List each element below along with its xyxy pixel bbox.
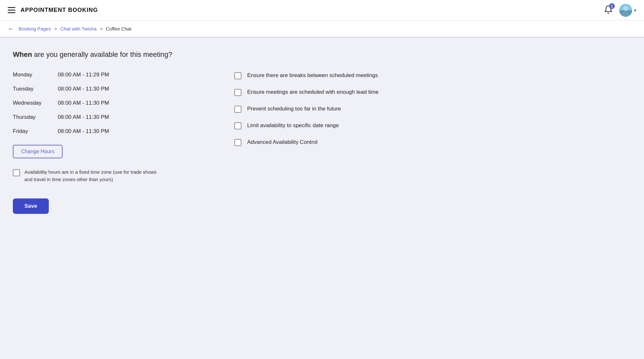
avatar: [619, 4, 632, 17]
schedule-row: Monday 08:00 AM - 11:29 PM: [13, 72, 215, 78]
left-column: Monday 08:00 AM - 11:29 PM Tuesday 08:00…: [13, 72, 215, 214]
day-label: Tuesday: [13, 86, 58, 92]
day-label: Monday: [13, 72, 58, 78]
breadcrumb-booking-pages[interactable]: Booking Pages: [19, 26, 51, 31]
question-bold: When: [13, 50, 32, 58]
back-button[interactable]: ←: [8, 25, 14, 32]
save-btn-row: Save: [13, 198, 215, 214]
breadcrumb-current: Coffee Chat: [106, 26, 132, 31]
chevron-down-icon: ▾: [634, 8, 636, 13]
app-title: APPOINTMENT BOOKING: [21, 7, 98, 13]
option-label-future: Prevent scheduling too far in the future: [247, 106, 341, 112]
svg-point-2: [623, 6, 628, 11]
schedule-row: Wednesday 08:00 AM - 11:30 PM: [13, 100, 215, 106]
avatar-wrapper[interactable]: ▾: [619, 4, 636, 17]
change-hours-button[interactable]: Change Hours: [13, 145, 63, 158]
question-rest: are you generally available for this mee…: [32, 50, 172, 58]
option-label-lead-time: Ensure meetings are scheduled with enoug…: [247, 89, 379, 95]
main-content: When are you generally available for thi…: [0, 38, 449, 233]
time-range: 08:00 AM - 11:30 PM: [58, 128, 109, 135]
schedule-row: Friday 08:00 AM - 11:30 PM: [13, 128, 215, 135]
option-checkbox-lead-time[interactable]: [234, 89, 241, 96]
hamburger-icon[interactable]: [8, 7, 15, 13]
top-nav: APPOINTMENT BOOKING 1 ▾: [0, 0, 644, 21]
breadcrumb-bar: ← Booking Pages > Chat with Twisha > Cof…: [0, 21, 644, 38]
option-row: Limit availability to specific date rang…: [234, 122, 437, 129]
nav-right: 1 ▾: [604, 4, 636, 17]
breadcrumb-sep-1: >: [54, 26, 57, 31]
time-range: 08:00 AM - 11:30 PM: [58, 86, 109, 92]
svg-rect-3: [622, 12, 630, 17]
breadcrumb-sep-2: >: [100, 26, 103, 31]
time-range: 08:00 AM - 11:30 PM: [58, 100, 109, 106]
page-question: When are you generally available for thi…: [13, 50, 437, 59]
option-row: Prevent scheduling too far in the future: [234, 105, 437, 113]
fixed-timezone-checkbox[interactable]: [13, 169, 20, 176]
time-range: 08:00 AM - 11:30 PM: [58, 114, 109, 120]
schedule-row: Tuesday 08:00 AM - 11:30 PM: [13, 86, 215, 92]
save-button[interactable]: Save: [13, 198, 49, 214]
option-checkbox-breaks[interactable]: [234, 72, 241, 79]
option-checkbox-future[interactable]: [234, 106, 241, 113]
option-checkbox-advanced[interactable]: [234, 139, 241, 146]
nav-left: APPOINTMENT BOOKING: [8, 7, 98, 13]
option-label-breaks: Ensure there are breaks between schedule…: [247, 72, 378, 79]
schedule-row: Thursday 08:00 AM - 11:30 PM: [13, 114, 215, 120]
option-checkbox-date-range[interactable]: [234, 122, 241, 129]
options-list: Ensure there are breaks between schedule…: [234, 72, 437, 146]
day-label: Thursday: [13, 114, 58, 120]
option-label-advanced: Advanced Availability Control: [247, 139, 318, 145]
option-row: Ensure meetings are scheduled with enoug…: [234, 88, 437, 96]
notification-badge: 1: [609, 3, 615, 9]
schedule-table: Monday 08:00 AM - 11:29 PM Tuesday 08:00…: [13, 72, 215, 135]
content-grid: Monday 08:00 AM - 11:29 PM Tuesday 08:00…: [13, 72, 437, 214]
right-column: Ensure there are breaks between schedule…: [234, 72, 437, 146]
option-label-date-range: Limit availability to specific date rang…: [247, 122, 339, 129]
fixed-timezone-row: Availability hours are in a fixed time z…: [13, 169, 215, 183]
notification-bell[interactable]: 1: [604, 5, 613, 15]
option-row: Ensure there are breaks between schedule…: [234, 72, 437, 79]
breadcrumb-chat-with-twisha[interactable]: Chat with Twisha: [60, 26, 97, 31]
option-row: Advanced Availability Control: [234, 138, 437, 146]
fixed-timezone-label: Availability hours are in a fixed time z…: [24, 169, 159, 183]
day-label: Friday: [13, 128, 58, 135]
time-range: 08:00 AM - 11:29 PM: [58, 72, 109, 78]
day-label: Wednesday: [13, 100, 58, 106]
